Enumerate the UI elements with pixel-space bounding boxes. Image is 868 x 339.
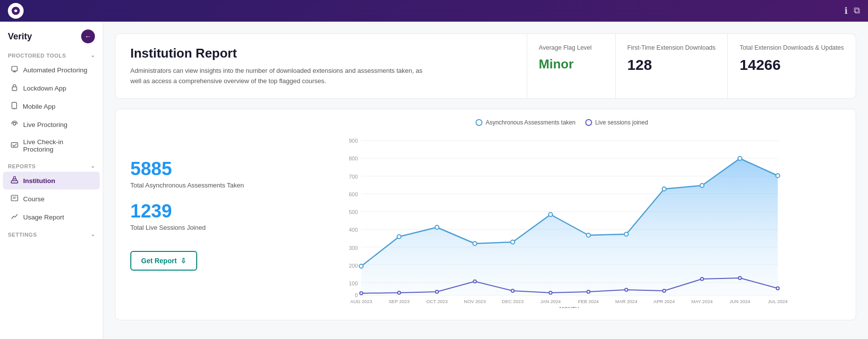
svg-point-41 [511, 240, 515, 244]
sidebar-item-live-proctoring[interactable]: Live Proctoring [3, 116, 100, 133]
chart-container: 5885 Total Asynchronous Assessments Take… [115, 109, 856, 320]
svg-point-44 [625, 232, 629, 236]
legend-dot-async [476, 119, 482, 126]
topbar-icons: ℹ ⧉ [844, 5, 860, 16]
svg-rect-12 [14, 177, 16, 179]
svg-point-47 [738, 156, 742, 160]
svg-point-56 [625, 288, 628, 291]
stat-value-first-downloads: 128 [628, 57, 716, 73]
sidebar-item-lockdown-app[interactable]: Lockdown App [3, 79, 100, 97]
svg-point-40 [473, 242, 477, 246]
svg-text:JUL 2024: JUL 2024 [768, 299, 787, 304]
sidebar-item-label: Usage Report [23, 214, 64, 221]
stats-row: Institution Report Administrators can vi… [115, 33, 856, 99]
svg-text:900: 900 [349, 138, 358, 144]
svg-text:800: 800 [349, 155, 358, 161]
svg-text:AUG 2023: AUG 2023 [350, 299, 372, 304]
svg-point-42 [549, 213, 553, 216]
async-label: Total Asynchronous Assessments Taken [130, 182, 258, 189]
svg-rect-2 [12, 66, 17, 71]
live-label: Total Live Sessions Joined [130, 224, 258, 231]
sidebar-item-mobile-app[interactable]: Mobile App [3, 97, 100, 115]
main-content: Institution Report Administrators can vi… [103, 22, 868, 339]
svg-point-54 [549, 291, 552, 294]
svg-point-46 [700, 184, 704, 187]
live-proctoring-icon [11, 120, 18, 129]
external-link-icon[interactable]: ⧉ [854, 5, 860, 16]
chart-left-panel: 5885 Total Asynchronous Assessments Take… [125, 119, 263, 310]
svg-point-39 [435, 225, 439, 229]
svg-rect-5 [12, 87, 17, 91]
app-logo [8, 3, 24, 19]
legend-dot-live [585, 119, 592, 126]
checkin-icon [11, 141, 18, 150]
sidebar-item-live-checkin[interactable]: Live Check-in Proctoring [3, 134, 100, 157]
institution-icon [11, 176, 18, 185]
svg-text:0: 0 [355, 292, 358, 298]
mobile-icon [11, 102, 18, 111]
automated-proctoring-icon [11, 65, 18, 74]
svg-point-58 [701, 277, 704, 280]
svg-point-50 [398, 291, 401, 294]
sidebar-item-label: Live Proctoring [23, 121, 67, 128]
sidebar-item-label: Lockdown App [23, 85, 66, 92]
stat-card-avg-flag: Average Flag Level Minor [527, 33, 616, 99]
svg-text:APR 2024: APR 2024 [654, 299, 675, 304]
sidebar-item-institution[interactable]: Institution [3, 172, 100, 189]
stat-label-avg-flag: Average Flag Level [539, 44, 603, 53]
sidebar-item-label: Course [23, 195, 45, 203]
svg-point-59 [739, 277, 742, 279]
svg-text:JAN 2024: JAN 2024 [540, 299, 561, 304]
svg-text:200: 200 [349, 263, 358, 269]
stat-value-total-downloads: 14266 [740, 57, 844, 73]
report-header: Institution Report Administrators can vi… [115, 33, 527, 99]
sidebar-brand-name: Verity [8, 31, 32, 42]
svg-text:MONTH: MONTH [559, 306, 579, 308]
sidebar: Verity ← PROCTORED TOOLS ⌄ Automated Pro… [0, 22, 103, 339]
legend-live-label: Live sessions joined [595, 119, 648, 126]
chart-right-panel: Asynchronous Assessments taken Live sess… [278, 119, 846, 310]
report-description: Administrators can view insights into th… [130, 66, 425, 87]
line-chart: 900 800 700 600 500 400 300 200 100 0 [278, 131, 846, 308]
stat-card-first-downloads: First-Time Extension Downloads 128 [616, 33, 728, 99]
sidebar-item-automated-proctoring[interactable]: Automated Proctoring [3, 61, 100, 79]
sidebar-item-usage-report[interactable]: Usage Report [3, 208, 100, 226]
sidebar-item-label: Live Check-in Proctoring [23, 138, 92, 153]
report-title: Institution Report [130, 46, 512, 61]
get-report-button[interactable]: Get Report ⇩ [130, 251, 197, 271]
sidebar-brand: Verity ← [0, 22, 103, 47]
svg-text:MAR 2024: MAR 2024 [615, 299, 637, 304]
svg-text:OCT 2023: OCT 2023 [426, 299, 448, 304]
svg-point-60 [777, 287, 779, 290]
svg-text:FEB 2024: FEB 2024 [578, 299, 599, 304]
svg-text:600: 600 [349, 191, 358, 197]
svg-text:700: 700 [349, 174, 358, 180]
svg-text:100: 100 [349, 280, 358, 286]
svg-point-52 [474, 280, 477, 283]
svg-point-51 [436, 290, 439, 293]
svg-point-37 [359, 264, 363, 268]
svg-point-43 [587, 233, 591, 237]
get-report-label: Get Report [141, 257, 177, 265]
svg-text:300: 300 [349, 245, 358, 251]
svg-rect-13 [11, 195, 18, 201]
svg-text:400: 400 [349, 227, 358, 233]
download-icon: ⇩ [180, 257, 186, 265]
sidebar-item-course[interactable]: Course [3, 190, 100, 208]
info-icon[interactable]: ℹ [844, 5, 848, 16]
svg-text:NOV 2023: NOV 2023 [464, 299, 485, 304]
sidebar-item-label: Mobile App [23, 103, 56, 110]
svg-text:500: 500 [349, 209, 358, 215]
stat-label-total-downloads: Total Extension Downloads & Updates [740, 44, 844, 53]
sidebar-back-button[interactable]: ← [81, 30, 95, 43]
stat-card-total-downloads: Total Extension Downloads & Updates 1426… [728, 33, 856, 99]
sidebar-section-proctored-tools: PROCTORED TOOLS ⌄ [0, 47, 103, 61]
svg-text:DEC 2023: DEC 2023 [502, 299, 524, 304]
svg-point-45 [662, 187, 666, 191]
svg-text:MAY 2024: MAY 2024 [691, 299, 713, 304]
svg-point-49 [360, 292, 363, 295]
legend-live: Live sessions joined [585, 119, 648, 126]
lockdown-icon [11, 84, 18, 92]
svg-point-48 [776, 174, 780, 178]
svg-point-57 [663, 289, 666, 292]
